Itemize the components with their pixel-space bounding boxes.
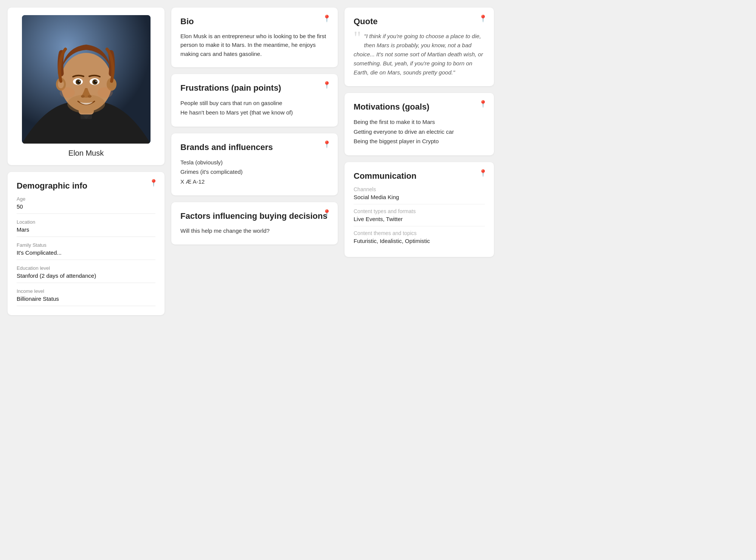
demo-field-value: It's Complicated... [17, 249, 155, 260]
demo-field-value: Mars [17, 226, 155, 237]
content-themes-value-main: Futuristic, Idealistic, Optimistic [354, 238, 485, 248]
demographic-fields-main: Age 50 Location Mars Family Status It's … [17, 196, 155, 306]
demo-field-value: Billionaire Status [17, 295, 155, 306]
motivation-line: Being the first to make it to Mars [354, 117, 485, 127]
demo-field-value: 50 [17, 203, 155, 214]
motivations-title-main: Motivations (goals) [354, 102, 485, 112]
brand-line: Grimes (it's complicated) [180, 167, 329, 177]
profile-photo-wrapper [22, 15, 151, 144]
demo-field: Income level Billionaire Status [17, 288, 155, 306]
demo-field-label: Family Status [17, 242, 155, 248]
svg-point-34 [98, 87, 113, 98]
demo-field-label: Location [17, 219, 155, 225]
channels-label-main: Channels [354, 186, 485, 192]
frustration-line: People still buy cars that run on gasoli… [180, 98, 329, 108]
pin-icon-bio-main: 📍 [323, 14, 331, 23]
profile-card-main: Elon Musk [8, 8, 165, 165]
demo-field: Family Status It's Complicated... [17, 242, 155, 260]
profile-name-main: Elon Musk [68, 149, 104, 158]
motivations-card-main: 📍 Motivations (goals) Being the first to… [345, 93, 494, 155]
brands-card: 📍 Brands and influencers Tesla (obviousl… [171, 133, 338, 196]
svg-point-31 [81, 95, 85, 98]
svg-point-33 [60, 87, 75, 98]
profile-photo-svg-main [22, 15, 151, 144]
quote-text-main: "I think if you're going to choose a pla… [354, 32, 485, 77]
svg-point-32 [88, 95, 92, 98]
channels-section-main: Channels Social Media King [354, 186, 485, 204]
svg-point-29 [79, 81, 80, 82]
svg-point-30 [95, 81, 96, 82]
quote-title-main: Quote [354, 17, 485, 26]
brands-lines: Tesla (obviously)Grimes (it's complicate… [180, 158, 329, 187]
demographic-card-main: 📍 Demographic info Age 50 Location Mars … [8, 172, 165, 315]
bio-text-main: Elon Musk is an entrepreneur who is look… [180, 32, 329, 58]
content-themes-label-main: Content themes and topics [354, 230, 485, 236]
pin-icon-motiv-main: 📍 [479, 100, 487, 108]
buying-card: 📍 Factors influencing buying decisions W… [171, 202, 338, 244]
demo-field: Education level Stanford (2 days of atte… [17, 265, 155, 283]
communication-title-main: Communication [354, 171, 485, 181]
pin-icon-buying: 📍 [323, 209, 331, 217]
quote-mark-main: " [354, 32, 361, 47]
quote-card-main: 📍 Quote " "I think if you're going to ch… [345, 8, 494, 86]
channels-value-main: Social Media King [354, 194, 485, 204]
demo-field-label: Age [17, 196, 155, 202]
content-types-label-main: Content types and formats [354, 208, 485, 214]
content-types-value-main: Live Events, Twitter [354, 216, 485, 226]
column-2: 📍 Bio Elon Musk is an entrepreneur who i… [171, 8, 338, 315]
motivations-lines-main: Being the first to make it to MarsGettin… [354, 117, 485, 146]
brand-line: Tesla (obviously) [180, 158, 329, 167]
demo-field-value: Stanford (2 days of attendance) [17, 272, 155, 283]
brands-title: Brands and influencers [180, 142, 329, 152]
frustrations-card: 📍 Frustrations (pain points) People stil… [171, 74, 338, 127]
frustrations-title: Frustrations (pain points) [180, 83, 329, 93]
demo-field-label: Income level [17, 288, 155, 294]
demo-field: Location Mars [17, 219, 155, 237]
pin-icon-demo-main: 📍 [149, 179, 158, 187]
demo-field: Age 50 [17, 196, 155, 214]
pin-icon-comm-main: 📍 [479, 169, 487, 177]
brand-line: X Æ A-12 [180, 177, 329, 187]
demographic-title-main: Demographic info [17, 181, 155, 191]
buying-title: Factors influencing buying decisions [180, 211, 329, 221]
pin-icon-quote-main: 📍 [479, 14, 487, 23]
pin-icon-frust: 📍 [323, 81, 331, 89]
buying-text: Will this help me change the world? [180, 226, 329, 235]
frustrations-lines: People still buy cars that run on gasoli… [180, 98, 329, 118]
column-1: Elon Musk 📍 Demographic info Age 50 Loca… [8, 8, 165, 315]
motivation-line: Being the biggest player in Crypto [354, 136, 485, 146]
bio-card-main: 📍 Bio Elon Musk is an entrepreneur who i… [171, 8, 338, 67]
demo-field-label: Education level [17, 265, 155, 271]
motivation-line: Getting everyone to drive an electric ca… [354, 127, 485, 137]
communication-card-main: 📍 Communication Channels Social Media Ki… [345, 162, 494, 257]
column-3: 📍 Quote " "I think if you're going to ch… [345, 8, 494, 315]
frustration-line: He hasn't been to Mars yet (that we know… [180, 108, 329, 118]
content-themes-section-main: Content themes and topics Futuristic, Id… [354, 230, 485, 248]
pin-icon-brands: 📍 [323, 140, 331, 149]
bio-title-main: Bio [180, 17, 329, 26]
content-types-section-main: Content types and formats Live Events, T… [354, 208, 485, 226]
